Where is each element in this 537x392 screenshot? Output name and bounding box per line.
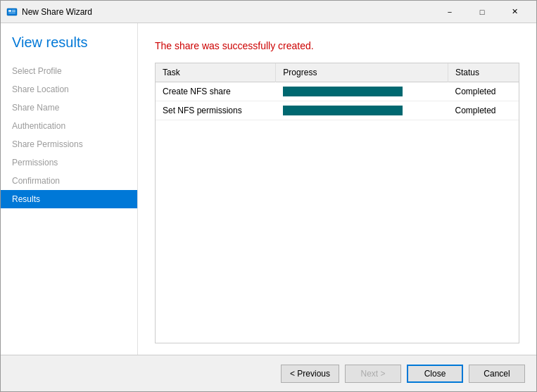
content-area: View results Select Profile Share Locati… bbox=[1, 23, 536, 355]
app-icon bbox=[6, 6, 18, 18]
results-table: Task Progress Status Create NFS shareCom… bbox=[155, 63, 519, 343]
sidebar-item-select-profile: Select Profile bbox=[1, 62, 137, 80]
progress-cell bbox=[276, 82, 448, 101]
sidebar-item-confirmation: Confirmation bbox=[1, 172, 137, 190]
maximize-button[interactable]: □ bbox=[466, 1, 498, 23]
table-row: Set NFS permissionsCompleted bbox=[156, 101, 519, 120]
footer: < Previous Next > Close Cancel bbox=[1, 355, 536, 391]
sidebar: View results Select Profile Share Locati… bbox=[1, 23, 138, 355]
col-progress: Progress bbox=[276, 63, 448, 82]
svg-rect-4 bbox=[8, 13, 15, 13]
status-cell: Completed bbox=[448, 101, 519, 120]
status-cell: Completed bbox=[448, 82, 519, 101]
previous-button[interactable]: < Previous bbox=[281, 365, 339, 383]
sidebar-heading: View results bbox=[1, 34, 137, 62]
progress-bar-container bbox=[283, 87, 403, 96]
col-task: Task bbox=[156, 63, 276, 82]
svg-rect-3 bbox=[12, 11, 15, 12]
col-status: Status bbox=[448, 63, 519, 82]
svg-rect-2 bbox=[12, 10, 15, 11]
sidebar-item-authentication: Authentication bbox=[1, 117, 137, 135]
sidebar-item-results[interactable]: Results bbox=[1, 190, 137, 208]
main-window: New Share Wizard − □ ✕ View results Sele… bbox=[0, 0, 537, 392]
progress-cell bbox=[276, 101, 448, 120]
main-content: The share was successfully created. Task… bbox=[138, 23, 536, 355]
success-message: The share was successfully created. bbox=[155, 40, 519, 51]
titlebar: New Share Wizard − □ ✕ bbox=[1, 1, 536, 23]
cancel-button[interactable]: Cancel bbox=[469, 365, 525, 383]
sidebar-item-share-name: Share Name bbox=[1, 99, 137, 117]
task-cell: Set NFS permissions bbox=[156, 101, 276, 120]
minimize-button[interactable]: − bbox=[434, 1, 466, 23]
sidebar-item-share-location: Share Location bbox=[1, 80, 137, 99]
progress-bar-fill bbox=[283, 87, 403, 96]
table-row: Create NFS shareCompleted bbox=[156, 82, 519, 101]
window-title: New Share Wizard bbox=[22, 7, 434, 17]
progress-bar-container bbox=[283, 106, 403, 115]
task-cell: Create NFS share bbox=[156, 82, 276, 101]
sidebar-item-share-permissions: Share Permissions bbox=[1, 135, 137, 153]
close-window-button[interactable]: ✕ bbox=[498, 1, 531, 23]
sidebar-item-permissions: Permissions bbox=[1, 153, 137, 172]
window-controls: − □ ✕ bbox=[434, 1, 531, 23]
next-button[interactable]: Next > bbox=[345, 365, 401, 383]
svg-rect-1 bbox=[8, 10, 11, 12]
progress-bar-fill bbox=[283, 106, 403, 115]
close-button[interactable]: Close bbox=[407, 365, 463, 383]
